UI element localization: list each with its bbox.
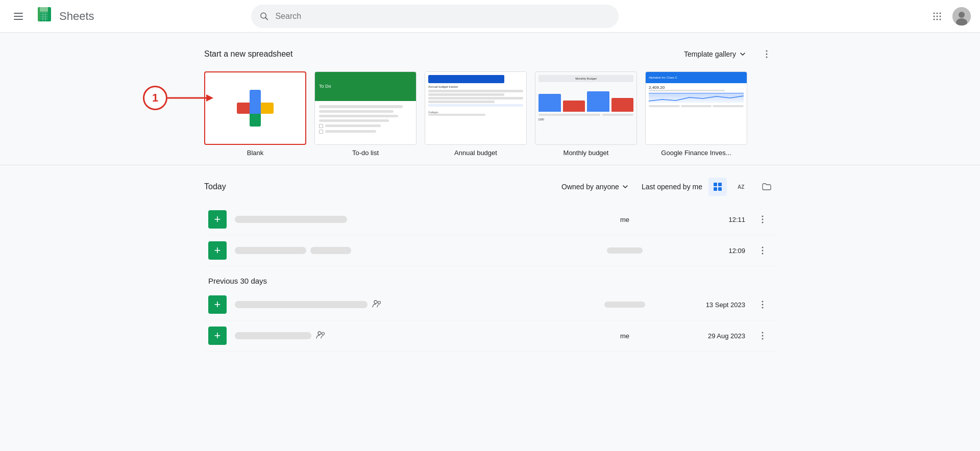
google-plus-icon [237, 90, 274, 127]
file-owner-cell: me [594, 216, 655, 223]
annotation-1: 1 [143, 86, 213, 110]
table-row[interactable]: me 29 Aug 2023 [204, 320, 776, 352]
file-more-button[interactable] [753, 295, 772, 314]
file-more-button[interactable] [753, 327, 772, 345]
template-gallery-label: Template gallery [684, 50, 736, 58]
template-label-annual-budget: Annual budget [454, 149, 497, 157]
svg-rect-1 [14, 16, 23, 17]
template-card-blank[interactable]: Blank [204, 71, 306, 157]
template-card-todo[interactable]: To Do [314, 71, 416, 157]
shared-icon [315, 330, 326, 342]
file-more-button[interactable] [753, 241, 772, 260]
template-label-todo: To-do list [352, 149, 379, 157]
avatar [952, 7, 971, 26]
svg-point-25 [959, 12, 965, 18]
file-date-cell: 29 Aug 2023 [664, 332, 745, 340]
svg-text:AZ: AZ [738, 184, 744, 190]
table-row[interactable]: me 12:11 [204, 204, 776, 235]
search-input[interactable] [275, 12, 610, 21]
file-name-area [235, 330, 586, 342]
people-icon [372, 298, 382, 309]
owner-placeholder-bar [604, 302, 645, 308]
template-card-google-finance[interactable]: Alphabet Inc Class C 2,409.20 [645, 71, 747, 157]
svg-point-21 [933, 18, 935, 20]
svg-marker-31 [206, 94, 213, 102]
template-label-google-finance: Google Finance Inves... [661, 149, 731, 157]
google-finance-template-thumbnail: Alphabet Inc Class C 2,409.20 [645, 71, 747, 145]
svg-point-19 [936, 15, 938, 17]
sort-az-button[interactable]: AZ [733, 178, 751, 196]
grid-view-icon [713, 182, 722, 191]
chevron-down-icon [738, 49, 747, 59]
template-label-blank: Blank [247, 149, 264, 157]
recent-controls: Owned by anyone Last opened by me AZ [555, 178, 776, 196]
file-name-area [235, 216, 586, 223]
today-period-label: Today [204, 182, 226, 191]
app-logo-link[interactable]: Sheets [35, 6, 94, 27]
last-opened-label: Last opened by me [642, 183, 702, 191]
svg-point-50 [762, 332, 764, 334]
svg-point-49 [322, 332, 325, 335]
folder-view-button[interactable] [757, 178, 776, 196]
account-button[interactable] [951, 6, 972, 27]
svg-point-23 [939, 18, 941, 20]
hamburger-menu-button[interactable] [8, 6, 29, 27]
grid-view-button[interactable] [708, 178, 727, 196]
file-name-area [235, 247, 586, 254]
table-row[interactable]: 12:09 [204, 235, 776, 266]
svg-point-40 [762, 247, 764, 248]
svg-point-38 [762, 219, 764, 220]
todo-template-thumbnail: To Do [314, 71, 416, 145]
google-apps-button[interactable] [927, 6, 947, 27]
today-section-header: Today Owned by anyone Last opened by me [204, 178, 776, 196]
svg-point-48 [318, 332, 321, 335]
file-list-30days: 13 Sept 2023 [204, 289, 776, 352]
file-name-bar [235, 301, 368, 308]
svg-rect-32 [714, 183, 717, 186]
folder-icon [762, 182, 772, 191]
search-bar [251, 5, 619, 28]
template-section-title: Start a new spreadsheet [204, 49, 292, 59]
blank-template-thumbnail [204, 71, 306, 145]
template-more-button[interactable] [757, 45, 776, 63]
recent-files-section: Today Owned by anyone Last opened by me [184, 165, 796, 364]
people-icon [315, 330, 326, 340]
more-vert-icon [757, 245, 768, 256]
sheets-logo-icon [35, 6, 55, 27]
svg-rect-0 [14, 13, 23, 14]
template-card-monthly-budget[interactable]: Monthly Budget £300 [535, 71, 637, 157]
svg-point-39 [762, 222, 764, 223]
svg-rect-35 [718, 187, 722, 191]
template-label-monthly-budget: Monthly budget [564, 149, 609, 157]
file-date-cell: 12:11 [664, 216, 745, 223]
template-gallery-button[interactable]: Template gallery [678, 45, 753, 63]
sort-az-icon: AZ [737, 182, 747, 191]
file-name-bar [235, 332, 311, 339]
more-vert-icon [757, 299, 768, 310]
svg-point-42 [762, 253, 764, 255]
owner-placeholder-bar [607, 247, 643, 254]
svg-point-43 [374, 300, 377, 304]
svg-point-46 [762, 304, 764, 306]
file-name-bar-extra [310, 247, 351, 254]
file-list: me 12:11 12:0 [204, 204, 776, 266]
owned-by-button[interactable]: Owned by anyone [555, 179, 635, 195]
svg-point-44 [378, 301, 381, 304]
svg-rect-5 [40, 7, 48, 12]
table-row[interactable]: 13 Sept 2023 [204, 289, 776, 320]
file-more-button[interactable] [753, 210, 772, 229]
monthly-budget-template-thumbnail: Monthly Budget £300 [535, 71, 637, 145]
file-owner-cell [594, 247, 655, 254]
previous-30days-label: Previous 30 days [204, 266, 776, 289]
template-card-annual-budget[interactable]: Annual budget tracker Gallegos [425, 71, 527, 157]
search-icon [259, 11, 269, 21]
annotation-arrow-icon [167, 92, 213, 104]
file-owner-cell: me [594, 332, 655, 340]
svg-point-51 [762, 335, 764, 337]
template-section: Start a new spreadsheet Template gallery [0, 33, 980, 165]
svg-point-22 [936, 18, 938, 20]
apps-grid-icon [932, 11, 942, 21]
svg-point-29 [766, 57, 768, 58]
more-vert-icon [762, 49, 772, 59]
sheets-file-icon [208, 210, 227, 229]
